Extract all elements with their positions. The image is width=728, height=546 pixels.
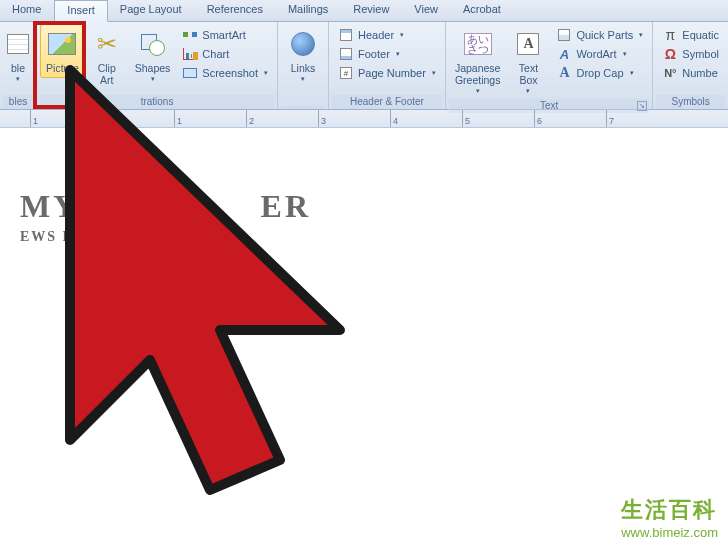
ribbon-tabs: Home Insert Page Layout References Maili… [0,0,728,22]
watermark-url: www.bimeiz.com [621,525,718,540]
header-button[interactable]: Header ▾ [334,26,440,44]
number-label: Numbe [682,67,717,79]
number-icon: N° [662,65,678,81]
ruler-mark: 7 [606,110,678,127]
japanese-greetings-label: Japanese Greetings [455,62,501,86]
table-label: ble [11,62,25,74]
chevron-down-icon: ▾ [526,87,530,95]
ruler-mark: 1 [30,110,102,127]
links-button[interactable]: Links ▾ [281,24,325,87]
group-header-footer: Header ▾ Footer ▾ # Page Number ▾ Header… [329,22,446,109]
group-symbols: π Equatic Ω Symbol N° Numbe Symbols [653,22,728,109]
tab-references[interactable]: References [195,0,276,21]
smartart-button[interactable]: SmartArt [178,26,272,44]
document-subtitle: EWS BROUGH [20,229,728,245]
japanese-greetings-button[interactable]: あい さつ Japanese Greetings ▾ [449,24,507,99]
picture-label: Picture [46,62,79,74]
page-number-button[interactable]: # Page Number ▾ [334,64,440,82]
quick-parts-icon [556,27,572,43]
tab-acrobat[interactable]: Acrobat [451,0,514,21]
header-icon [338,27,354,43]
group-label-tables: bles [3,95,33,109]
equation-label: Equatic [682,29,719,41]
ruler-mark: 6 [534,110,606,127]
footer-label: Footer [358,48,390,60]
chevron-down-icon: ▾ [301,75,305,83]
chart-icon [182,46,198,62]
screenshot-label: Screenshot [202,67,258,79]
equation-icon: π [662,27,678,43]
smartart-icon [182,27,198,43]
ribbon: ble ▾ bles Picture ✂ Clip Art Shapes ▾ [0,22,728,110]
footer-button[interactable]: Footer ▾ [334,45,440,63]
tab-page-layout[interactable]: Page Layout [108,0,195,21]
chevron-down-icon: ▾ [16,75,20,83]
watermark: 生活百科 www.bimeiz.com [611,489,728,546]
equation-button[interactable]: π Equatic [658,26,723,44]
shapes-label: Shapes [135,62,171,74]
group-label-illustrations: trations [40,95,274,109]
japanese-greetings-icon: あい さつ [462,28,494,60]
footer-icon [338,46,354,62]
chevron-down-icon: ▾ [396,50,400,58]
text-box-label: Text Box [519,62,538,86]
links-icon [287,28,319,60]
page-number-icon: # [338,65,354,81]
clip-art-label: Clip Art [98,62,116,86]
chart-label: Chart [202,48,229,60]
chevron-down-icon: ▾ [623,50,627,58]
shapes-button[interactable]: Shapes ▾ [129,24,177,87]
tab-mailings[interactable]: Mailings [276,0,341,21]
screenshot-icon [182,65,198,81]
document-area[interactable]: MY NE ER EWS BROUGH [0,128,728,546]
quick-parts-button[interactable]: Quick Parts ▾ [552,26,647,44]
drop-cap-label: Drop Cap [576,67,623,79]
group-text: あい さつ Japanese Greetings ▾ A Text Box ▾ … [446,22,653,109]
drop-cap-button[interactable]: A Drop Cap ▾ [552,64,647,82]
ruler-mark: 4 [390,110,462,127]
text-box-icon: A [512,28,544,60]
chevron-down-icon: ▾ [151,75,155,83]
chevron-down-icon: ▾ [476,87,480,95]
number-button[interactable]: N° Numbe [658,64,723,82]
links-label: Links [291,62,316,74]
group-label-links [281,106,325,109]
picture-icon [46,28,78,60]
group-links: Links ▾ [278,22,329,109]
chevron-down-icon: ▾ [630,69,634,77]
tab-home[interactable]: Home [0,0,54,21]
table-button[interactable]: ble ▾ [3,24,33,87]
chevron-down-icon: ▾ [400,31,404,39]
ruler-mark: 5 [462,110,534,127]
symbol-label: Symbol [682,48,719,60]
ruler-mark: 1 [174,110,246,127]
symbol-button[interactable]: Ω Symbol [658,45,723,63]
chevron-down-icon: ▾ [639,31,643,39]
header-label: Header [358,29,394,41]
horizontal-ruler: 1 1 2 3 4 5 6 7 [0,110,728,128]
text-box-button[interactable]: A Text Box ▾ [506,24,550,99]
tab-view[interactable]: View [402,0,451,21]
chart-button[interactable]: Chart [178,45,272,63]
tab-insert[interactable]: Insert [54,0,108,22]
ruler-mark [102,110,174,127]
table-icon [2,28,34,60]
symbol-icon: Ω [662,46,678,62]
smartart-label: SmartArt [202,29,245,41]
watermark-text-cn: 生活百科 [621,495,718,525]
screenshot-button[interactable]: Screenshot ▾ [178,64,272,82]
group-label-symbols: Symbols [656,95,725,109]
chevron-down-icon: ▾ [432,69,436,77]
document-title: MY NE ER [20,188,728,225]
wordart-button[interactable]: A WordArt ▾ [552,45,647,63]
wordart-label: WordArt [576,48,616,60]
group-label-header-footer: Header & Footer [332,95,442,109]
quick-parts-label: Quick Parts [576,29,633,41]
shapes-icon [137,28,169,60]
group-tables: ble ▾ bles [0,22,37,109]
clip-art-icon: ✂ [91,28,123,60]
clip-art-button[interactable]: ✂ Clip Art [85,24,129,90]
group-illustrations: Picture ✂ Clip Art Shapes ▾ SmartArt Cha… [37,22,278,109]
tab-review[interactable]: Review [341,0,402,21]
picture-button[interactable]: Picture [40,24,85,78]
